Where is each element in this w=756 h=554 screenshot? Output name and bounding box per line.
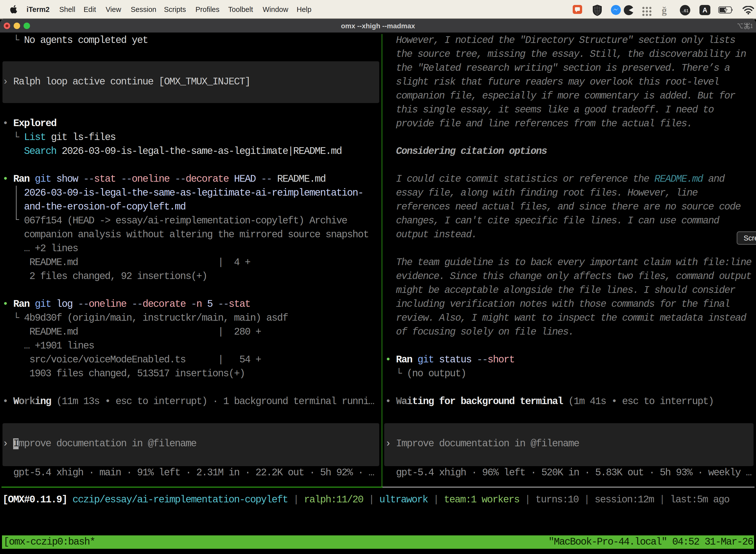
- svg-text:A: A: [702, 6, 707, 14]
- svg-text:1: 1: [750, 23, 753, 29]
- svg-text:..61: ..61: [682, 8, 689, 13]
